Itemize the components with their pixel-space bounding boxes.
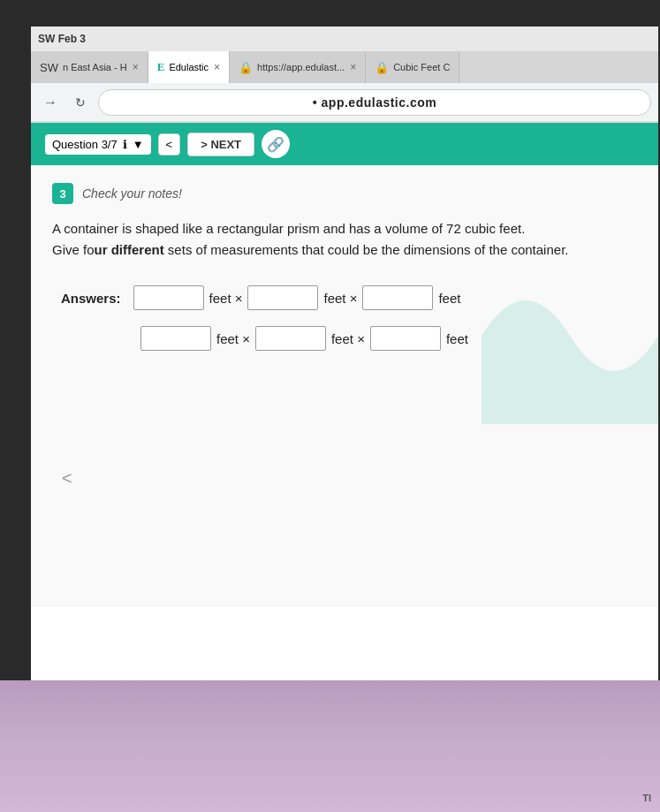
link-icon: 🔗 [267,136,284,153]
status-date: SW Feb 3 [38,33,86,45]
tab-east-asia[interactable]: SW n East Asia - H × [31,51,148,83]
answer-row1-unit1: feet × [209,291,243,306]
tab-favicon-1: SW [40,61,58,74]
answer-row1-input2[interactable] [247,285,318,310]
sidebar-arrow[interactable]: < [62,468,72,489]
tab-favicon-4: 🔒 [375,61,389,74]
tab-label-4: Cubic Feet C [393,62,450,72]
screen: SW Feb 3 SW n East Asia - H × E Edulasti… [31,27,658,680]
answer-row1-input1[interactable] [133,285,204,310]
edulastic-toolbar: Question 3/7 ℹ ▼ < > NEXT 🔗 [31,123,658,165]
question-label: Question 3/7 [52,138,118,151]
tablet-bezel: SW Feb 3 SW n East Asia - H × E Edulasti… [0,0,660,812]
tab-favicon-2: E [157,60,165,74]
answer-row2-unit3: feet [446,331,468,346]
tab-cubic-feet[interactable]: 🔒 Cubic Feet C [366,51,459,83]
answer-row1-unit3: feet [438,291,460,306]
tab-bar: SW n East Asia - H × E Edulastic × 🔒 htt… [31,51,658,83]
question-text-part2: Give fo [52,242,95,257]
status-bar: SW Feb 3 [31,27,658,51]
answer-row2-input1[interactable] [140,326,211,351]
link-button[interactable]: 🔗 [262,130,290,158]
tab-close-1[interactable]: × [133,61,139,73]
prev-button[interactable]: < [158,133,181,156]
answer-row2-unit2: feet × [331,331,365,346]
address-bar: → ↻ • app.edulastic.com [31,83,658,122]
answer-row2-unit1: feet × [216,331,250,346]
back-button[interactable]: → [38,90,63,115]
tab-edulastic[interactable]: E Edulastic × [148,51,230,83]
dropdown-icon[interactable]: ▼ [133,138,144,151]
url-text: • app.edulastic.com [313,95,436,110]
next-button[interactable]: > NEXT [187,133,254,156]
question-nav: Question 3/7 ℹ ▼ [45,134,151,155]
info-icon: ℹ [123,138,127,151]
question-header: 3 Check your notes! [52,183,637,204]
question-text-part1: A container is shaped like a rectangular… [52,221,525,236]
question-number-badge: 3 [52,183,73,204]
tab-https[interactable]: 🔒 https://app.edulast... × [230,51,366,83]
answer-row2-input3[interactable] [370,326,441,351]
tab-label-2: Edulastic [169,62,209,72]
check-notes: Check your notes! [82,186,182,201]
browser-chrome: SW Feb 3 SW n East Asia - H × E Edulasti… [31,27,658,123]
answer-row2-input2[interactable] [255,326,326,351]
question-text-bold: ur different [95,242,164,257]
answers-label: Answers: [61,291,121,306]
tab-close-2[interactable]: × [214,61,220,73]
refresh-button[interactable]: ↻ [68,90,93,115]
prev-label: < [166,138,173,151]
tab-close-3[interactable]: × [350,61,356,73]
tab-favicon-3: 🔒 [239,61,253,74]
url-bar[interactable]: • app.edulastic.com [98,89,651,116]
tab-label-3: https://app.edulast... [257,62,345,72]
bottom-text: TI [642,793,651,803]
answer-row1-unit2: feet × [323,291,357,306]
tab-label-1: n East Asia - H [63,62,127,72]
bottom-bezel: TI [0,680,660,812]
next-label: > NEXT [201,138,241,151]
teal-decoration [482,247,658,424]
answer-row1-input3[interactable] [362,285,433,310]
